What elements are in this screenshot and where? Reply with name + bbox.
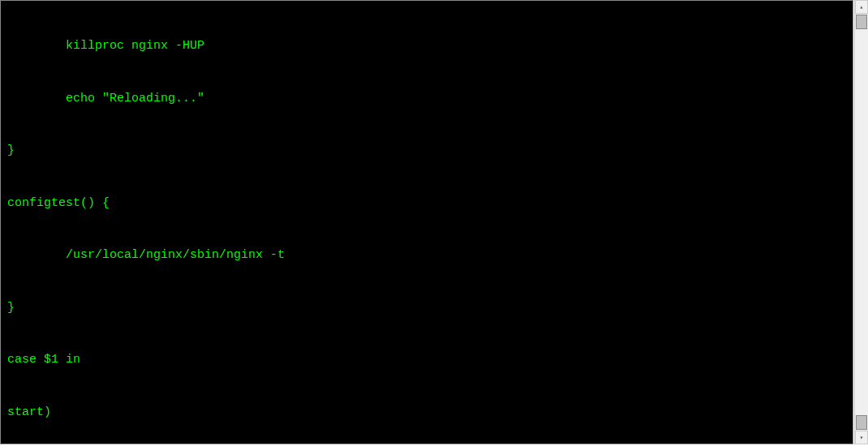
scrollbar-up-button[interactable]: ▴: [855, 0, 868, 14]
terminal-window[interactable]: killproc nginx -HUP echo "Reloading..." …: [0, 0, 853, 444]
terminal-output: killproc nginx -HUP echo "Reloading..." …: [7, 2, 853, 444]
code-line: }: [7, 142, 853, 160]
code-line: start): [7, 404, 853, 422]
vertical-scrollbar[interactable]: ▴ ▾: [854, 0, 868, 444]
code-line: }: [7, 299, 853, 317]
chevron-up-icon: ▴: [860, 3, 864, 11]
scrollbar-down-button[interactable]: ▾: [855, 431, 868, 444]
code-line: /usr/local/nginx/sbin/nginx -t: [7, 247, 853, 264]
chevron-down-icon: ▾: [860, 434, 864, 441]
code-line: echo "Reloading...": [7, 90, 853, 108]
scrollbar-thumb[interactable]: [856, 415, 867, 430]
code-line: case $1 in: [7, 351, 853, 369]
scrollbar-thumb[interactable]: [856, 15, 867, 29]
code-line: configtest() {: [7, 195, 853, 212]
code-line: killproc nginx -HUP: [7, 37, 853, 55]
